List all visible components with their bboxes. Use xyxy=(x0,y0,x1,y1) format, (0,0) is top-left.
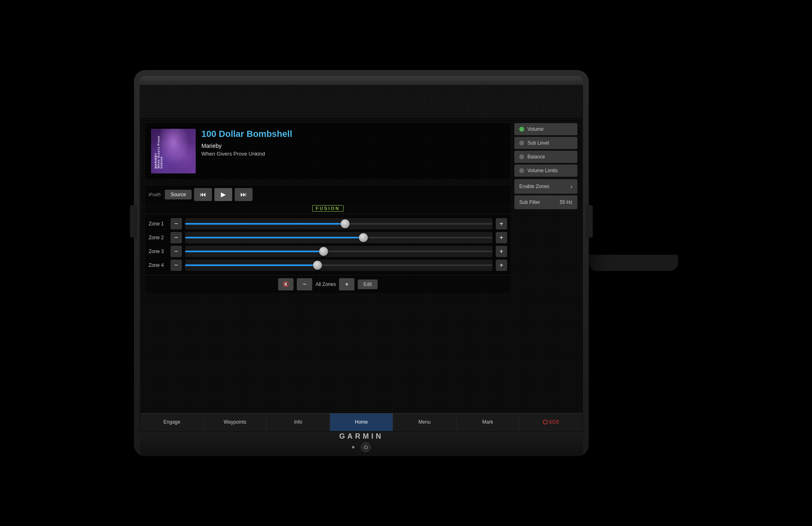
zone1-slider[interactable] xyxy=(185,218,492,229)
volume-limits-indicator-dot xyxy=(519,168,524,173)
zone-row-4: Zone 4 − + xyxy=(149,260,507,271)
zone3-slider-fill xyxy=(185,251,324,252)
balance-setting-button[interactable]: Balance xyxy=(514,151,577,163)
zone1-plus-button[interactable]: + xyxy=(496,218,507,229)
chevron-right-icon: › xyxy=(570,183,572,190)
zone4-slider-fill xyxy=(185,264,317,266)
mute-button[interactable]: 🔇 xyxy=(278,278,294,290)
info-nav-button[interactable]: Info xyxy=(267,413,330,431)
right-panel: Volume Sub Level Balance Volume Limits xyxy=(514,123,577,408)
volume-limits-setting-button[interactable]: Volume Limits xyxy=(514,165,577,177)
vol-down-icon: − xyxy=(302,281,306,288)
all-zones-vol-down-button[interactable]: − xyxy=(297,278,312,290)
play-icon: ▶ xyxy=(221,190,226,198)
speaker-grille xyxy=(140,86,582,118)
zone-row-3: Zone 3 − + xyxy=(149,246,507,257)
balance-indicator-dot xyxy=(519,154,524,159)
zone3-label: Zone 3 xyxy=(149,249,167,254)
sub-filter-label: Sub Filter xyxy=(519,199,540,205)
garmin-device: MARIEBYWhen Givers Prove Unkind 100 Doll… xyxy=(134,70,589,456)
waypoints-nav-button[interactable]: Waypoints xyxy=(204,413,267,431)
track-album: When Givers Prove Unkind xyxy=(201,151,505,157)
sos-label: SOS xyxy=(549,419,559,425)
sub-filter-value: 55 Hz xyxy=(560,199,572,205)
enable-zones-label: Enable Zones xyxy=(519,184,549,189)
sos-icon: SOS xyxy=(543,419,559,425)
device-top-bar xyxy=(140,76,583,83)
album-art: MARIEBYWhen Givers Prove Unkind xyxy=(151,129,196,173)
enable-zones-button[interactable]: Enable Zones › xyxy=(514,179,577,194)
zone2-slider[interactable] xyxy=(185,232,492,243)
now-playing-section: MARIEBYWhen Givers Prove Unkind 100 Doll… xyxy=(145,123,510,179)
volume-setting-button[interactable]: Volume xyxy=(514,123,577,135)
track-title: 100 Dollar Bombshell xyxy=(201,129,505,139)
sub-level-setting-button[interactable]: Sub Level xyxy=(514,137,577,149)
all-zones-vol-up-button[interactable]: + xyxy=(339,278,354,290)
zone2-slider-fill xyxy=(185,237,363,238)
zone-row-2: Zone 2 − + xyxy=(149,232,507,243)
sos-circle-icon xyxy=(543,420,548,424)
track-artist: Marieby xyxy=(201,143,505,149)
volume-setting-label: Volume xyxy=(527,126,544,132)
controls-bar: iPod® Source ⏮ ▶ ⏭ xyxy=(145,186,510,203)
fusion-logo: FUSION xyxy=(312,205,344,212)
zone-row-1: Zone 1 − + xyxy=(149,218,507,229)
balance-setting-label: Balance xyxy=(527,154,545,160)
sub-level-indicator-dot xyxy=(519,141,524,145)
zone1-slider-thumb[interactable] xyxy=(341,219,350,228)
zone4-label: Zone 4 xyxy=(149,262,167,268)
next-icon: ⏭ xyxy=(240,191,247,198)
zone4-slider[interactable] xyxy=(185,260,492,271)
source-device-label: iPod® xyxy=(149,192,161,197)
menu-nav-button[interactable]: Menu xyxy=(393,413,456,431)
content-area: MARIEBYWhen Givers Prove Unkind 100 Doll… xyxy=(140,118,582,413)
power-icon: ⏻ xyxy=(363,444,368,450)
volume-indicator-dot xyxy=(519,127,524,132)
zone2-minus-button[interactable]: − xyxy=(171,232,182,243)
left-panel: MARIEBYWhen Givers Prove Unkind 100 Doll… xyxy=(145,123,510,408)
track-info: 100 Dollar Bombshell Marieby When Givers… xyxy=(201,129,505,157)
zone4-plus-button[interactable]: + xyxy=(496,260,507,271)
play-button[interactable]: ▶ xyxy=(214,188,232,201)
home-nav-button[interactable]: Home xyxy=(330,413,393,431)
vol-up-icon: + xyxy=(345,281,349,288)
all-zones-bar: 🔇 − All Zones + Edit xyxy=(145,276,510,293)
zone3-slider-thumb[interactable] xyxy=(319,247,328,256)
zones-panel: Zone 1 − + Zone 2 − xyxy=(145,215,510,274)
sub-level-setting-label: Sub Level xyxy=(527,140,549,146)
zone1-label: Zone 1 xyxy=(149,221,167,227)
zone1-minus-button[interactable]: − xyxy=(171,218,182,229)
device-stand xyxy=(589,255,678,271)
sos-nav-button[interactable]: SOS xyxy=(519,413,582,431)
nav-bar: Engage Waypoints Info Home Menu Mark SOS xyxy=(140,413,582,431)
next-button[interactable]: ⏭ xyxy=(235,188,253,201)
device-bottom: GARMIN ⏻ xyxy=(140,432,583,456)
screen: MARIEBYWhen Givers Prove Unkind 100 Doll… xyxy=(140,85,583,432)
mark-nav-button[interactable]: Mark xyxy=(456,413,520,431)
all-zones-label: All Zones xyxy=(315,281,336,287)
engage-nav-button[interactable]: Engage xyxy=(140,413,204,431)
sub-filter-row: Sub Filter 55 Hz xyxy=(514,195,577,209)
garmin-logo: GARMIN xyxy=(339,432,384,441)
svg-point-0 xyxy=(543,420,547,424)
zone1-slider-fill xyxy=(185,223,345,225)
zone3-minus-button[interactable]: − xyxy=(171,246,182,257)
zone4-slider-thumb[interactable] xyxy=(313,261,322,270)
volume-limits-setting-label: Volume Limits xyxy=(527,168,558,173)
zone3-plus-button[interactable]: + xyxy=(496,246,507,257)
zone3-slider[interactable] xyxy=(185,246,492,257)
power-button[interactable]: ⏻ xyxy=(361,442,371,452)
device-controls: ⏻ xyxy=(352,442,371,452)
zone2-label: Zone 2 xyxy=(149,235,167,240)
source-button[interactable]: Source xyxy=(165,190,192,199)
prev-icon: ⏮ xyxy=(200,191,206,198)
edit-button[interactable]: Edit xyxy=(358,279,378,289)
fusion-logo-bar: FUSION xyxy=(145,203,510,213)
status-led xyxy=(352,446,354,448)
prev-button[interactable]: ⏮ xyxy=(194,188,212,201)
zone2-slider-thumb[interactable] xyxy=(359,233,368,242)
zone4-minus-button[interactable]: − xyxy=(171,260,182,271)
zone2-plus-button[interactable]: + xyxy=(496,232,507,243)
album-art-label: MARIEBYWhen Givers Prove Unkind xyxy=(154,132,163,169)
mute-icon: 🔇 xyxy=(283,281,289,287)
